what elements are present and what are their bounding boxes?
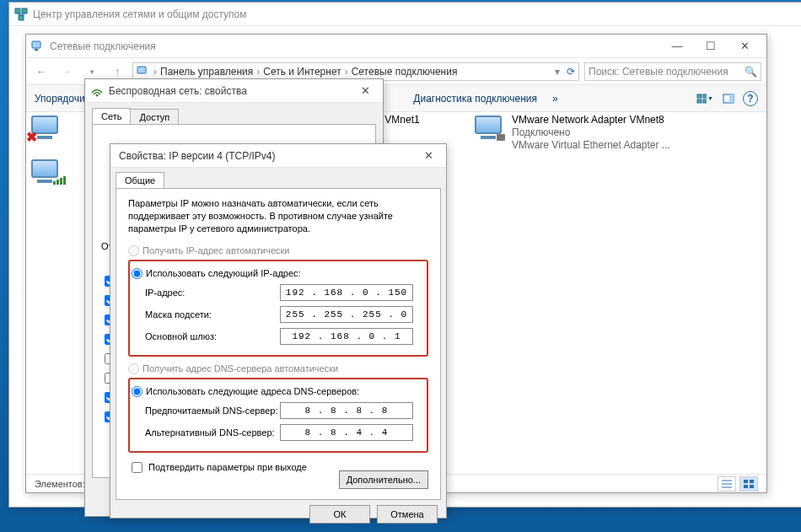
chevron-right-icon: › — [256, 66, 260, 78]
chevron-right-icon: › — [345, 66, 348, 78]
gateway-label: Основной шлюз: — [145, 331, 280, 341]
ip-auto-radio[interactable]: Получить IP-адрес автоматически — [128, 245, 428, 256]
window-title: Беспроводная сеть: свойства — [109, 85, 352, 97]
svg-rect-11 — [703, 99, 707, 103]
svg-rect-19 — [744, 485, 748, 488]
dns-auto-radio: Получить адрес DNS-сервера автоматически — [128, 363, 428, 374]
back-button[interactable]: ← — [31, 62, 51, 82]
titlebar: Свойства: IP версии 4 (TCP/IPv4) ✕ — [110, 144, 446, 168]
ip-manual-group: Использовать следующий IP-адрес: IP-адре… — [128, 260, 428, 357]
view-button[interactable]: ▼ — [696, 89, 714, 108]
window-title: Сетевые подключения — [50, 40, 660, 52]
close-button[interactable]: ✕ — [728, 35, 761, 57]
close-button[interactable]: ✕ — [416, 145, 441, 167]
network-adapter-item[interactable]: VMware Network Adapter VMnet8 Подключено… — [473, 114, 709, 152]
dialog-body: Параметры IP можно назначать автоматичес… — [116, 188, 441, 500]
breadcrumb-segment[interactable]: Сетевые подключения — [352, 66, 458, 78]
search-icon: 🔍 — [745, 66, 757, 78]
alternate-dns-label: Альтернативный DNS-сервер: — [145, 427, 280, 438]
tab-strip: Общие — [110, 168, 446, 188]
ip-address-input[interactable]: 192 . 168 . 0 . 150 — [280, 284, 413, 301]
tab-strip: Сеть Доступ — [85, 103, 383, 124]
window-title: Центр управления сетями и общим доступом — [33, 8, 801, 20]
description-text: Параметры IP можно назначать автоматичес… — [128, 197, 428, 235]
dns-manual-group: Использовать следующие адреса DNS-сервер… — [128, 378, 428, 453]
dropdown-chevron-icon[interactable]: ▾ — [555, 66, 560, 78]
svg-rect-9 — [703, 94, 707, 98]
svg-rect-20 — [750, 485, 754, 488]
more-button[interactable]: » — [552, 93, 558, 105]
subnet-mask-label: Маска подсети: — [145, 309, 280, 320]
dialog-footer: ОК Отмена — [110, 505, 446, 530]
chevron-right-icon: › — [153, 66, 157, 78]
adapter-wifi-icon — [30, 158, 63, 188]
preferred-dns-label: Предпочитаемый DNS-сервер: — [145, 406, 280, 416]
ip-manual-radio[interactable]: Использовать следующий IP-адрес: — [132, 268, 425, 279]
svg-rect-7 — [137, 67, 146, 73]
svg-rect-18 — [750, 480, 754, 483]
diagnose-button[interactable]: Диагностика подключения — [413, 93, 537, 105]
help-button[interactable]: ? — [743, 91, 758, 106]
search-placeholder: Поиск: Сетевые подключения — [589, 66, 728, 78]
details-view-button[interactable] — [718, 476, 736, 492]
refresh-icon[interactable]: ⟳ — [567, 66, 575, 78]
svg-rect-2 — [19, 15, 24, 20]
breadcrumb-segment[interactable]: Сеть и Интернет — [263, 66, 341, 78]
svg-rect-13 — [729, 94, 734, 103]
titlebar: Сетевые подключения — ☐ ✕ — [26, 35, 766, 58]
advanced-button[interactable]: Дополнительно... — [339, 470, 428, 489]
wifi-icon — [90, 84, 104, 98]
tab-network[interactable]: Сеть — [92, 108, 131, 124]
svg-rect-10 — [697, 99, 702, 103]
svg-rect-5 — [32, 41, 40, 48]
svg-rect-0 — [15, 8, 20, 13]
network-connections-icon — [31, 40, 45, 53]
cancel-button[interactable]: Отмена — [377, 505, 438, 524]
titlebar: Беспроводная сеть: свойства ✕ — [85, 79, 383, 103]
alternate-dns-input[interactable]: 8 . 8 . 4 . 4 — [280, 424, 413, 441]
dns-manual-radio[interactable]: Использовать следующие адреса DNS-сервер… — [132, 386, 425, 397]
adapter-device: VMware Virtual Ethernet Adapter ... — [512, 139, 670, 152]
gateway-input[interactable]: 192 . 168 . 0 . 1 — [280, 328, 413, 345]
adapter-status: Подключено — [512, 126, 670, 139]
svg-rect-8 — [697, 94, 702, 98]
network-center-icon — [14, 8, 28, 21]
preferred-dns-input[interactable]: 8 . 8 . 8 . 8 — [280, 402, 413, 419]
svg-rect-17 — [744, 480, 748, 483]
tab-general[interactable]: Общие — [116, 172, 164, 188]
titlebar: Центр управления сетями и общим доступом… — [9, 3, 801, 26]
search-input[interactable]: Поиск: Сетевые подключения 🔍 — [584, 62, 761, 81]
close-button[interactable]: ✕ — [352, 80, 378, 102]
breadcrumb-segment[interactable]: Панель управления — [160, 66, 253, 78]
svg-point-21 — [96, 94, 99, 96]
ok-button[interactable]: ОК — [309, 505, 370, 524]
svg-rect-1 — [22, 8, 27, 13]
svg-rect-6 — [35, 49, 38, 51]
maximize-button[interactable]: ☐ — [694, 35, 728, 57]
large-icons-view-button[interactable] — [739, 476, 758, 492]
minimize-button[interactable]: — — [660, 35, 694, 57]
adapter-name: VMware Network Adapter VMnet8 — [512, 114, 670, 126]
window-title: Свойства: IP версии 4 (TCP/IPv4) — [116, 150, 416, 162]
network-connections-icon — [137, 66, 150, 78]
tab-access[interactable]: Доступ — [130, 109, 179, 125]
preview-pane-button[interactable] — [719, 89, 738, 108]
ip-address-label: IP-адрес: — [145, 287, 280, 298]
forward-button[interactable]: → — [56, 62, 77, 82]
adapter-disabled-icon: ✖ — [30, 114, 63, 144]
subnet-mask-input[interactable]: 255 . 255 . 255 . 0 — [280, 306, 413, 323]
ipv4-properties-window: Свойства: IP версии 4 (TCP/IPv4) ✕ Общие… — [110, 143, 447, 519]
adapter-ethernet-icon — [473, 114, 507, 144]
